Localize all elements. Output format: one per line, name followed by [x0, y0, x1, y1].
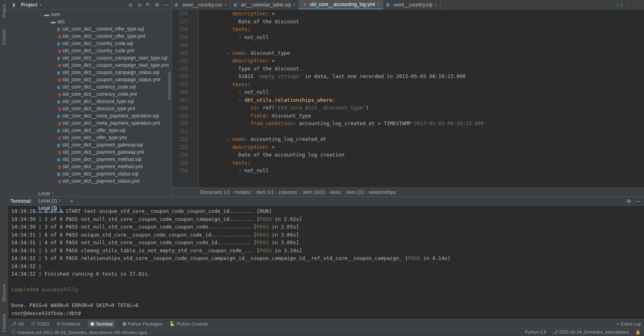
sql-file-icon: ◧ — [57, 70, 61, 75]
expand-icon[interactable]: ⇲ — [136, 2, 142, 8]
sql-file-icon: ◧ — [57, 99, 61, 104]
tree-file[interactable]: ◨std_core_dict__payment_status.yml — [8, 177, 171, 185]
breadcrumb[interactable]: Document 1/1›models:›item 1/1›columns:›i… — [172, 188, 644, 196]
yml-file-icon: ◨ — [57, 78, 61, 82]
lock-icon[interactable]: 🔒 — [635, 330, 641, 335]
tree-file[interactable]: ◧std_core_dict__meta_payment_operation.s… — [8, 112, 171, 120]
gear-icon[interactable]: ⚙ — [154, 2, 160, 8]
tree-file[interactable]: ◧std_core_dict__currency_code.sql — [8, 83, 171, 91]
sql-file-icon: ◧ — [234, 2, 237, 7]
breadcrumb-item[interactable]: item 10/31 — [303, 190, 325, 195]
collapse-icon[interactable]: ⇱ — [145, 2, 151, 8]
terminal-label: Terminal: — [10, 198, 32, 204]
bottom-tool-python-console[interactable]: 🐍Python Console — [169, 321, 208, 326]
tree-file[interactable]: ◧std_core_dict__payment_status.sql — [8, 170, 171, 177]
editor-tab[interactable]: ◨std_core__accounting_log.yml× — [299, 0, 383, 9]
tree-scrollbar[interactable] — [168, 72, 171, 100]
tree-file[interactable]: ◧std_core_dict__coupon_campaign_status.s… — [8, 69, 171, 76]
bottom-tool-git[interactable]: ⎇Git — [11, 321, 24, 326]
status-python[interactable]: Python 3.8 — [525, 330, 546, 335]
chevron-down-icon: ⌄ — [46, 19, 51, 24]
tree-file[interactable]: ◨std_core_dict__payment_method.yml — [8, 163, 171, 170]
close-icon[interactable]: × — [293, 2, 295, 7]
terminal-tab[interactable]: Local (2) × — [36, 197, 64, 204]
hide-icon[interactable]: — — [635, 198, 642, 204]
code-content[interactable]: description: > Rate of the discount test… — [206, 10, 644, 188]
editor-tab[interactable]: ◧air__calendar_table.sql× — [231, 0, 299, 9]
breadcrumb-item[interactable]: tests: — [330, 190, 342, 195]
status-bar: ☐ Checked out 2021-05-24_Dominika_descri… — [8, 328, 644, 336]
rail-structure[interactable]: Structure — [2, 284, 6, 302]
bottom-tool-problems[interactable]: ⊘Problems — [57, 321, 80, 326]
terminal-output[interactable]: 14:34:28 | 6 of 6 START test unique_std_… — [8, 206, 644, 319]
yml-file-icon: ◨ — [57, 34, 61, 39]
folder-icon: ▬ — [51, 19, 56, 25]
target-icon[interactable]: ◎ — [127, 2, 134, 8]
tree-file[interactable]: ◧std_core_dict__coupon_campaign_start_ty… — [8, 54, 171, 62]
yml-file-icon: ◨ — [57, 179, 61, 183]
chevron-down-icon: ⌄ — [39, 12, 44, 17]
fold-column[interactable] — [192, 10, 198, 188]
yml-file-icon: ◨ — [57, 63, 61, 68]
breadcrumb-item[interactable]: Document 1/1 — [200, 190, 230, 195]
tree-file[interactable]: ◧std_core_dict__payment_gateway.sql — [8, 141, 171, 148]
tree-file[interactable]: ◧std_core_dict__content_offer_type.sql — [8, 25, 171, 33]
hide-icon[interactable]: — — [163, 2, 169, 8]
inspection-status[interactable]: ✓ 1 — [615, 2, 623, 8]
tree-file[interactable]: ◨std_core_dict__payment_gateway.yml — [8, 148, 171, 156]
sql-file-icon: ◧ — [57, 143, 61, 147]
vcs-status-icon: ☐ — [11, 330, 15, 335]
tree-file[interactable]: ◨std_core_dict__currency_code.yml — [8, 91, 171, 98]
editor-tab[interactable]: ◧seed__country.csv× — [172, 0, 231, 9]
tree-folder-dict[interactable]: ⌄ ▬ dict — [8, 18, 171, 25]
yml-file-icon: ◨ — [302, 2, 306, 6]
bottom-tool-todo[interactable]: ☑TODO — [31, 321, 50, 326]
chevron-down-icon[interactable]: ˅ — [634, 2, 641, 8]
tree-folder-core[interactable]: ⌄ ▬ core — [8, 11, 171, 18]
project-tree[interactable]: ⌄ ▬ core ⌄ ▬ dict ◧std_core_dict__conten… — [8, 10, 171, 196]
sql-file-icon: ◧ — [57, 157, 61, 162]
bottom-tool-python-packages[interactable]: ▦Python Packages — [122, 321, 163, 326]
chevron-up-icon[interactable]: ˄ — [625, 2, 632, 8]
bottom-tool-strip: ⎇Git☑TODO⊘Problems▣Terminal▦Python Packa… — [8, 319, 644, 328]
yml-file-icon: ◨ — [57, 107, 61, 111]
tree-file[interactable]: ◧std_core_dict__offer_type.sql — [8, 127, 171, 134]
status-left[interactable]: Checked out 2021-05-24_Dominika_descript… — [17, 330, 147, 335]
close-icon[interactable]: × — [377, 2, 379, 7]
rail-project[interactable]: Project — [2, 4, 6, 18]
breadcrumb-item[interactable]: relationships: — [369, 190, 397, 195]
gear-icon[interactable]: ⚙ — [625, 198, 632, 204]
project-panel-header: ▮ Project ▾ ◎ ⇲ ⇱ ⚙ — — [8, 0, 171, 10]
tree-file[interactable]: ◨std_core_dict__content_offer_type.yml — [8, 33, 171, 40]
breadcrumb-item[interactable]: item 2/2 — [347, 190, 364, 195]
rail-commit[interactable]: Commit — [2, 30, 6, 45]
panel-title[interactable]: Project — [21, 2, 37, 8]
breadcrumb-item[interactable]: columns: — [279, 190, 298, 195]
tree-file[interactable]: ◨std_core_dict__offer_type.yml — [8, 134, 171, 141]
editor-tab[interactable]: ◧seed__country.sql× — [383, 0, 441, 9]
yml-file-icon: ◨ — [57, 165, 61, 169]
event-log-button[interactable]: ●Event Log — [617, 322, 641, 326]
tree-file[interactable]: ◧std_core_dict__country_code.sql — [8, 40, 171, 47]
tree-file[interactable]: ◨std_core_dict__country_code.yml — [8, 47, 171, 54]
bottom-tool-terminal[interactable]: ▣Terminal — [88, 320, 115, 327]
close-icon[interactable]: × — [224, 2, 227, 7]
add-terminal-button[interactable]: + — [68, 198, 76, 205]
status-branch[interactable]: ⎇ 2021-05-24_Dominika_descriptions — [553, 330, 629, 335]
tree-file[interactable]: ◨std_core_dict__coupon_campaign_status.y… — [8, 76, 171, 83]
close-icon[interactable]: × — [434, 2, 437, 7]
tree-file[interactable]: ◧std_core_dict__payment_method.sql — [8, 156, 171, 163]
line-gutter: 2362372382392402412422432442452462472482… — [172, 10, 192, 188]
tree-file[interactable]: ◧std_core_dict__discount_type.sql — [8, 98, 171, 105]
rail-favorites[interactable]: Favorites — [2, 314, 6, 332]
breadcrumb-item[interactable]: models: — [235, 190, 252, 195]
breadcrumb-item[interactable]: item 1/1 — [257, 190, 274, 195]
tree-file[interactable]: ◨std_core_dict__meta_payment_operation.y… — [8, 120, 171, 127]
csv-file-icon: ◧ — [175, 2, 179, 7]
tree-file[interactable]: ◨std_core_dict__discount_type.yml — [8, 105, 171, 112]
close-icon[interactable]: × — [59, 198, 62, 204]
yml-file-icon: ◨ — [57, 49, 61, 53]
folder-icon: ▮ — [10, 2, 17, 8]
tree-file[interactable]: ◨std_core_dict__coupon_campaign_start_ty… — [8, 62, 171, 69]
code-editor[interactable]: 2362372382392402412422432442452462472482… — [172, 10, 644, 188]
